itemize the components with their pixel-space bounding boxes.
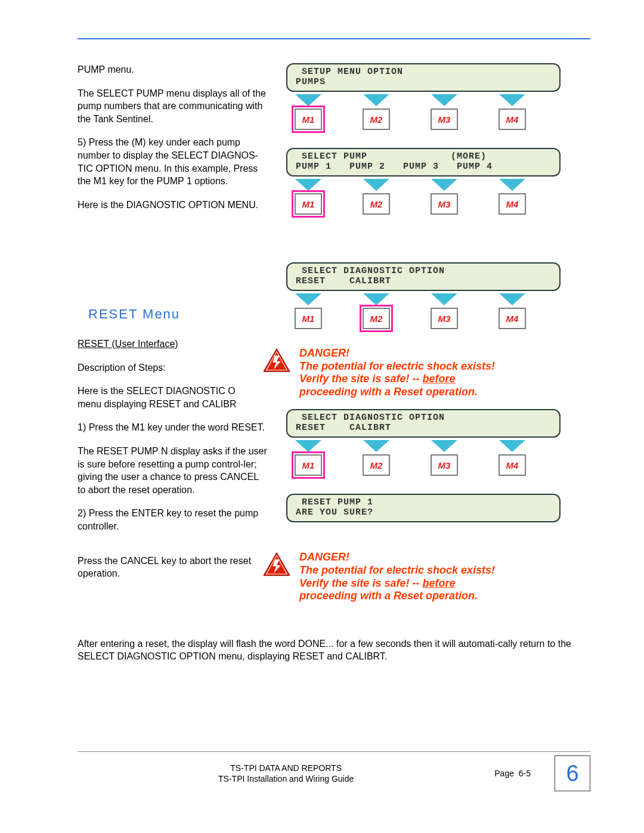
arrow-down-icon	[431, 94, 457, 106]
lcd-diagnostic-1: SELECT DIAGNOSTIC OPTION RESET CALIBRT	[286, 262, 561, 291]
danger-title: DANGER!	[299, 347, 495, 360]
m1-key[interactable]: M1	[295, 109, 322, 130]
arrow-down-icon	[363, 179, 389, 191]
arrow-down-icon	[499, 179, 525, 191]
arrow-down-icon	[363, 94, 389, 106]
after-para: After entering a reset, the display will…	[78, 637, 590, 663]
key-row-1: M1 M2 M3 M4	[286, 94, 590, 130]
danger-line: The potential for electric shock exists!	[299, 564, 495, 577]
arrow-down-icon	[363, 440, 389, 452]
m3-key[interactable]: M3	[431, 308, 458, 329]
danger-warning-1: DANGER! The potential for electric shock…	[262, 347, 590, 398]
m3-key[interactable]: M3	[431, 109, 458, 130]
m2-key[interactable]: M2	[363, 308, 390, 329]
m4-key[interactable]: M4	[499, 454, 526, 476]
m4-key[interactable]: M4	[499, 193, 526, 215]
danger-bolt-icon	[262, 551, 291, 577]
m1-key[interactable]: M1	[295, 454, 322, 476]
danger-bolt-icon	[262, 347, 291, 373]
lcd-reset-pump: RESET PUMP 1 ARE YOU SURE?	[286, 494, 561, 522]
arrow-down-icon	[499, 94, 525, 106]
arrow-down-icon	[295, 440, 321, 452]
m2-key[interactable]: M2	[363, 193, 390, 215]
arrow-down-icon	[499, 440, 525, 452]
m2-key[interactable]: M2	[363, 454, 390, 476]
danger-line: proceeding with a Reset operation.	[299, 386, 495, 399]
chapter-number: 6	[555, 755, 590, 791]
danger-line: The potential for electric shock exists!	[299, 360, 495, 373]
danger-title: DANGER!	[299, 551, 495, 564]
para: 2) Press the ENTER key to reset the pump…	[78, 507, 268, 532]
top-rule	[78, 38, 590, 39]
arrow-down-icon	[295, 94, 321, 106]
para: 5) Press the (M) key under each pump num…	[78, 136, 268, 187]
m3-key[interactable]: M3	[431, 193, 458, 215]
key-row-2: M1 M2 M3 M4	[286, 179, 590, 215]
m4-key[interactable]: M4	[499, 109, 526, 130]
m4-key[interactable]: M4	[499, 308, 526, 329]
para: Here is the SELECT DIAGNOSTIC O menu dis…	[78, 385, 268, 410]
arrow-down-icon	[499, 293, 525, 305]
body-text-column: PUMP menu. The SELECT PUMP menu displays…	[78, 63, 268, 614]
para: Press the CANCEL key to abort the reset …	[78, 555, 268, 580]
arrow-down-icon	[363, 293, 389, 305]
lcd-diagnostic-2: SELECT DIAGNOSTIC OPTION RESET CALIBRT	[286, 409, 561, 438]
lcd-setup-menu: SETUP MENU OPTION PUMPS	[286, 63, 561, 92]
danger-line: Verify the site is safe! -- before	[299, 577, 495, 590]
arrow-down-icon	[431, 440, 457, 452]
danger-line: proceeding with a Reset operation.	[299, 590, 495, 603]
key-row-3: M1 M2 M3 M4	[286, 293, 590, 329]
arrow-down-icon	[431, 293, 457, 305]
m1-key[interactable]: M1	[295, 308, 322, 329]
para-reset-ui: RESET (User Interface)	[78, 337, 268, 351]
para: PUMP menu.	[78, 63, 268, 76]
arrow-down-icon	[295, 179, 321, 191]
arrow-down-icon	[295, 293, 321, 305]
danger-warning-2: DANGER! The potential for electric shock…	[262, 551, 590, 602]
para: The RESET PUMP N display asks if the use…	[78, 445, 268, 496]
danger-line: Verify the site is safe! -- before	[299, 373, 495, 386]
para: Description of Steps:	[78, 361, 268, 374]
para: The SELECT PUMP menu displays all of the…	[78, 87, 268, 126]
footer-page: Page 6-5	[494, 769, 531, 778]
m3-key[interactable]: M3	[431, 454, 458, 476]
footer-title: TS-TPI DATA AND REPORTS	[78, 763, 494, 773]
page-footer: TS-TPI DATA AND REPORTS TS-TPI Installat…	[78, 751, 590, 791]
m2-key[interactable]: M2	[363, 109, 390, 130]
reset-menu-heading: RESET Menu	[88, 305, 268, 323]
key-row-4: M1 M2 M3 M4	[286, 440, 590, 476]
footer-subtitle: TS-TPI Installation and Wiring Guide	[78, 773, 494, 784]
para: 1) Press the M1 key under the word RESET…	[78, 421, 268, 434]
arrow-down-icon	[431, 179, 457, 191]
para: Here is the DIAGNOSTIC OPTION MENU.	[78, 199, 268, 212]
lcd-select-pump: SELECT PUMP (MORE) PUMP 1 PUMP 2 PUMP 3 …	[286, 148, 561, 176]
m1-key[interactable]: M1	[295, 193, 322, 215]
figures-column: SETUP MENU OPTION PUMPS M1 M2 M3 M4 SELE…	[286, 63, 590, 614]
